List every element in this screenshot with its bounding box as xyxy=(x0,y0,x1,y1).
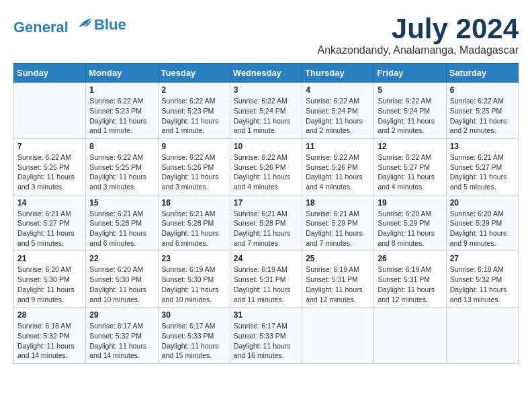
day-info: Sunrise: 6:20 AM Sunset: 5:29 PM Dayligh… xyxy=(378,209,442,248)
weekday-header-monday: Monday xyxy=(86,64,158,83)
calendar-cell: 5 Sunrise: 6:22 AM Sunset: 5:24 PM Dayli… xyxy=(374,83,446,139)
day-number: 17 xyxy=(234,198,298,208)
calendar-cell: 8 Sunrise: 6:22 AM Sunset: 5:25 PM Dayli… xyxy=(86,138,158,195)
calendar-cell: 20 Sunrise: 6:20 AM Sunset: 5:29 PM Dayl… xyxy=(446,195,518,251)
calendar-cell: 21 Sunrise: 6:20 AM Sunset: 5:30 PM Dayl… xyxy=(14,251,86,308)
day-number: 30 xyxy=(162,310,226,320)
day-number: 2 xyxy=(162,85,226,95)
weekday-header-sunday: Sunday xyxy=(14,64,86,83)
day-number: 12 xyxy=(378,142,442,151)
calendar-cell: 29 Sunrise: 6:17 AM Sunset: 5:32 PM Dayl… xyxy=(86,308,158,364)
calendar-cell: 14 Sunrise: 6:21 AM Sunset: 5:27 PM Dayl… xyxy=(14,195,86,251)
calendar-week-2: 7 Sunrise: 6:22 AM Sunset: 5:25 PM Dayli… xyxy=(14,138,519,195)
day-info: Sunrise: 6:22 AM Sunset: 5:26 PM Dayligh… xyxy=(234,152,298,192)
logo[interactable]: General Blue xyxy=(13,13,126,36)
day-info: Sunrise: 6:17 AM Sunset: 5:33 PM Dayligh… xyxy=(234,321,298,361)
calendar-week-4: 21 Sunrise: 6:20 AM Sunset: 5:30 PM Dayl… xyxy=(14,251,519,308)
day-info: Sunrise: 6:21 AM Sunset: 5:28 PM Dayligh… xyxy=(89,209,154,248)
calendar-cell: 15 Sunrise: 6:21 AM Sunset: 5:28 PM Dayl… xyxy=(86,195,158,251)
day-info: Sunrise: 6:21 AM Sunset: 5:29 PM Dayligh… xyxy=(306,209,370,248)
calendar-cell: 18 Sunrise: 6:21 AM Sunset: 5:29 PM Dayl… xyxy=(302,195,374,251)
day-info: Sunrise: 6:22 AM Sunset: 5:26 PM Dayligh… xyxy=(162,152,226,192)
day-number: 5 xyxy=(378,85,442,95)
day-info: Sunrise: 6:19 AM Sunset: 5:31 PM Dayligh… xyxy=(234,265,298,304)
calendar-cell: 6 Sunrise: 6:22 AM Sunset: 5:25 PM Dayli… xyxy=(446,83,518,139)
weekday-header-thursday: Thursday xyxy=(302,64,374,83)
weekday-header-wednesday: Wednesday xyxy=(230,64,302,83)
day-number: 18 xyxy=(306,198,370,208)
month-title: July 2024 xyxy=(318,13,519,44)
day-number: 6 xyxy=(450,85,515,95)
day-info: Sunrise: 6:22 AM Sunset: 5:26 PM Dayligh… xyxy=(306,152,370,192)
calendar-cell xyxy=(14,83,86,139)
calendar-cell: 7 Sunrise: 6:22 AM Sunset: 5:25 PM Dayli… xyxy=(14,138,86,195)
weekday-header-row: SundayMondayTuesdayWednesdayThursdayFrid… xyxy=(14,64,519,83)
calendar-cell: 22 Sunrise: 6:20 AM Sunset: 5:30 PM Dayl… xyxy=(86,251,158,308)
day-info: Sunrise: 6:21 AM Sunset: 5:28 PM Dayligh… xyxy=(234,209,298,248)
calendar-cell xyxy=(446,308,518,364)
day-number: 11 xyxy=(306,142,370,151)
day-number: 19 xyxy=(378,198,442,208)
day-info: Sunrise: 6:17 AM Sunset: 5:32 PM Dayligh… xyxy=(89,321,154,361)
calendar-week-3: 14 Sunrise: 6:21 AM Sunset: 5:27 PM Dayl… xyxy=(14,195,519,251)
day-number: 3 xyxy=(234,85,298,95)
calendar-cell: 19 Sunrise: 6:20 AM Sunset: 5:29 PM Dayl… xyxy=(374,195,446,251)
day-number: 8 xyxy=(89,142,154,151)
day-info: Sunrise: 6:22 AM Sunset: 5:27 PM Dayligh… xyxy=(378,152,442,192)
logo-text-blue: Blue xyxy=(94,17,126,33)
day-info: Sunrise: 6:22 AM Sunset: 5:23 PM Dayligh… xyxy=(162,96,226,136)
day-number: 31 xyxy=(234,310,298,320)
day-number: 16 xyxy=(162,198,226,208)
page-header: General Blue July 2024 Ankazondandy, Ana… xyxy=(13,13,519,56)
day-number: 25 xyxy=(306,254,370,263)
day-info: Sunrise: 6:22 AM Sunset: 5:24 PM Dayligh… xyxy=(306,96,370,136)
day-info: Sunrise: 6:22 AM Sunset: 5:24 PM Dayligh… xyxy=(378,96,442,136)
day-info: Sunrise: 6:22 AM Sunset: 5:25 PM Dayligh… xyxy=(450,96,515,136)
day-number: 9 xyxy=(162,142,226,151)
day-info: Sunrise: 6:19 AM Sunset: 5:31 PM Dayligh… xyxy=(306,265,370,304)
day-info: Sunrise: 6:21 AM Sunset: 5:27 PM Dayligh… xyxy=(450,152,515,192)
day-number: 21 xyxy=(17,254,82,263)
day-number: 15 xyxy=(89,198,154,208)
day-number: 29 xyxy=(89,310,154,320)
day-number: 20 xyxy=(450,198,515,208)
day-info: Sunrise: 6:22 AM Sunset: 5:25 PM Dayligh… xyxy=(17,152,82,192)
calendar-cell: 2 Sunrise: 6:22 AM Sunset: 5:23 PM Dayli… xyxy=(158,83,230,139)
day-number: 1 xyxy=(89,85,154,95)
calendar-cell: 3 Sunrise: 6:22 AM Sunset: 5:24 PM Dayli… xyxy=(230,83,302,139)
weekday-header-tuesday: Tuesday xyxy=(158,64,230,83)
calendar-table: SundayMondayTuesdayWednesdayThursdayFrid… xyxy=(13,63,519,364)
day-info: Sunrise: 6:22 AM Sunset: 5:23 PM Dayligh… xyxy=(89,96,154,136)
day-info: Sunrise: 6:19 AM Sunset: 5:31 PM Dayligh… xyxy=(378,265,442,304)
calendar-cell: 30 Sunrise: 6:17 AM Sunset: 5:33 PM Dayl… xyxy=(158,308,230,364)
calendar-cell: 26 Sunrise: 6:19 AM Sunset: 5:31 PM Dayl… xyxy=(374,251,446,308)
calendar-cell: 11 Sunrise: 6:22 AM Sunset: 5:26 PM Dayl… xyxy=(302,138,374,195)
day-number: 4 xyxy=(306,85,370,95)
day-number: 24 xyxy=(234,254,298,263)
day-info: Sunrise: 6:19 AM Sunset: 5:30 PM Dayligh… xyxy=(162,265,226,304)
calendar-week-1: 1 Sunrise: 6:22 AM Sunset: 5:23 PM Dayli… xyxy=(14,83,519,139)
calendar-cell: 10 Sunrise: 6:22 AM Sunset: 5:26 PM Dayl… xyxy=(230,138,302,195)
day-number: 14 xyxy=(17,198,82,208)
calendar-cell: 9 Sunrise: 6:22 AM Sunset: 5:26 PM Dayli… xyxy=(158,138,230,195)
weekday-header-friday: Friday xyxy=(374,64,446,83)
calendar-cell: 13 Sunrise: 6:21 AM Sunset: 5:27 PM Dayl… xyxy=(446,138,518,195)
day-number: 26 xyxy=(378,254,442,263)
day-number: 23 xyxy=(162,254,226,263)
day-info: Sunrise: 6:21 AM Sunset: 5:27 PM Dayligh… xyxy=(17,209,82,248)
calendar-cell: 16 Sunrise: 6:21 AM Sunset: 5:28 PM Dayl… xyxy=(158,195,230,251)
calendar-cell: 12 Sunrise: 6:22 AM Sunset: 5:27 PM Dayl… xyxy=(374,138,446,195)
title-block: July 2024 Ankazondandy, Analamanga, Mada… xyxy=(318,13,519,56)
calendar-cell xyxy=(374,308,446,364)
calendar-cell: 4 Sunrise: 6:22 AM Sunset: 5:24 PM Dayli… xyxy=(302,83,374,139)
day-info: Sunrise: 6:20 AM Sunset: 5:30 PM Dayligh… xyxy=(89,265,154,304)
calendar-cell: 1 Sunrise: 6:22 AM Sunset: 5:23 PM Dayli… xyxy=(86,83,158,139)
calendar-cell: 17 Sunrise: 6:21 AM Sunset: 5:28 PM Dayl… xyxy=(230,195,302,251)
day-number: 13 xyxy=(450,142,515,151)
logo-text: General xyxy=(13,13,93,36)
day-number: 28 xyxy=(17,310,82,320)
calendar-cell: 25 Sunrise: 6:19 AM Sunset: 5:31 PM Dayl… xyxy=(302,251,374,308)
calendar-cell: 28 Sunrise: 6:18 AM Sunset: 5:32 PM Dayl… xyxy=(14,308,86,364)
calendar-cell: 23 Sunrise: 6:19 AM Sunset: 5:30 PM Dayl… xyxy=(158,251,230,308)
day-info: Sunrise: 6:21 AM Sunset: 5:28 PM Dayligh… xyxy=(162,209,226,248)
